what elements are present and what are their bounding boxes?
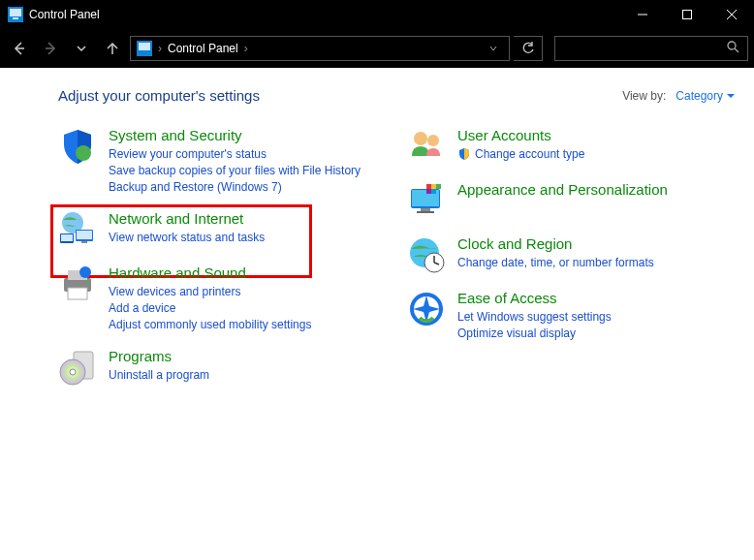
category-ease-of-access: Ease of Access Let Windows suggest setti… [407, 290, 698, 341]
category-title[interactable]: Hardware and Sound [109, 264, 311, 281]
category-title[interactable]: User Accounts [457, 127, 584, 143]
disc-box-icon [58, 348, 97, 387]
svg-rect-4 [683, 11, 692, 19]
maximize-button[interactable] [665, 0, 709, 29]
ease-of-access-icon [407, 290, 446, 328]
chevron-down-icon [489, 45, 497, 52]
control-panel-icon [8, 7, 23, 22]
left-column: System and Security Review your computer… [58, 127, 368, 402]
address-bar[interactable]: › Control Panel › [130, 36, 510, 61]
back-button[interactable] [6, 35, 33, 62]
shield-icon [58, 127, 97, 166]
svg-rect-38 [426, 189, 431, 194]
category-user-accounts: User Accounts Change account type [407, 127, 698, 166]
recent-locations-button[interactable] [68, 35, 95, 62]
category-hardware-sound: Hardware and Sound View devices and prin… [58, 264, 368, 332]
category-sublink[interactable]: Adjust commonly used mobility settings [109, 317, 311, 332]
right-column: User Accounts Change account type [407, 127, 698, 402]
search-input[interactable] [555, 42, 727, 55]
svg-point-14 [76, 145, 91, 161]
view-by-value: Category [675, 89, 723, 103]
control-panel-mini-icon [137, 41, 152, 56]
breadcrumb-chevron-icon[interactable]: › [244, 42, 248, 55]
svg-rect-1 [10, 9, 21, 16]
category-sublink[interactable]: Change date, time, or number formats [457, 255, 654, 270]
printer-icon [58, 264, 97, 303]
view-by-control: View by: Category [622, 89, 735, 103]
clock-globe-icon [407, 235, 446, 274]
page-heading: Adjust your computer's settings [58, 87, 260, 104]
arrow-left-icon [12, 41, 27, 56]
close-icon [727, 10, 737, 19]
arrow-up-icon [105, 41, 120, 56]
category-sublink[interactable]: View network status and tasks [109, 230, 265, 245]
close-button[interactable] [709, 0, 754, 29]
monitor-palette-icon [407, 181, 446, 220]
navbar: › Control Panel › [0, 29, 754, 68]
category-programs: Programs Uninstall a program [58, 348, 368, 387]
breadcrumb-root[interactable]: Control Panel [168, 42, 238, 55]
category-sublink[interactable]: Optimize visual display [457, 326, 612, 341]
refresh-icon [521, 42, 535, 55]
category-sublink[interactable]: View devices and printers [109, 284, 311, 299]
category-system-security: System and Security Review your computer… [58, 127, 368, 195]
breadcrumb-chevron-icon[interactable]: › [158, 42, 162, 55]
window-title: Control Panel [29, 8, 100, 21]
view-by-dropdown[interactable]: Category [675, 89, 735, 103]
svg-rect-33 [421, 208, 430, 211]
svg-point-28 [70, 369, 76, 375]
category-title[interactable]: Appearance and Personalization [457, 181, 668, 198]
category-title[interactable]: System and Security [109, 127, 361, 143]
uac-shield-icon [457, 147, 471, 161]
category-network-internet: Network and Internet View network status… [58, 210, 368, 249]
category-title[interactable]: Programs [109, 348, 209, 364]
category-title[interactable]: Network and Internet [109, 210, 265, 227]
svg-point-30 [427, 135, 439, 146]
category-clock-region: Clock and Region Change date, time, or n… [407, 235, 698, 274]
category-sublink[interactable]: Review your computer's status [109, 146, 361, 162]
svg-point-12 [728, 42, 736, 49]
titlebar: Control Panel [0, 0, 754, 29]
category-appearance-personalization: Appearance and Personalization [407, 181, 698, 220]
globe-network-icon [58, 210, 97, 249]
svg-rect-20 [61, 234, 73, 241]
svg-point-24 [86, 281, 89, 284]
category-sublink[interactable]: Let Windows suggest settings [457, 309, 612, 325]
sublink-label: Change account type [475, 146, 584, 162]
chevron-down-icon [77, 44, 86, 53]
minimize-button[interactable] [620, 0, 665, 29]
svg-rect-11 [139, 43, 150, 50]
category-sublink[interactable]: Uninstall a program [109, 367, 209, 383]
category-sublink[interactable]: Backup and Restore (Windows 7) [109, 179, 361, 195]
svg-rect-17 [77, 231, 92, 239]
svg-rect-34 [417, 211, 434, 213]
category-title[interactable]: Clock and Region [457, 235, 654, 252]
svg-rect-37 [436, 184, 441, 189]
refresh-button[interactable] [514, 36, 543, 61]
maximize-icon [682, 10, 692, 19]
category-sublink[interactable]: Change account type [457, 146, 584, 162]
category-title[interactable]: Ease of Access [457, 290, 612, 306]
minimize-icon [638, 10, 647, 19]
svg-rect-23 [68, 288, 87, 299]
content-area: Adjust your computer's settings View by:… [0, 68, 754, 421]
svg-line-13 [735, 48, 738, 52]
svg-rect-35 [426, 184, 431, 189]
chevron-down-icon [727, 92, 735, 100]
svg-rect-36 [431, 184, 436, 189]
people-icon [407, 127, 446, 166]
svg-point-25 [79, 266, 91, 278]
up-button[interactable] [99, 35, 126, 62]
address-dropdown-button[interactable] [484, 42, 503, 55]
view-by-label: View by: [622, 89, 666, 103]
category-sublink[interactable]: Save backup copies of your files with Fi… [109, 163, 361, 178]
svg-rect-39 [431, 189, 436, 194]
search-box[interactable] [554, 36, 748, 61]
svg-rect-18 [81, 241, 87, 243]
arrow-right-icon [43, 41, 58, 56]
category-sublink[interactable]: Add a device [109, 300, 311, 316]
search-icon [727, 41, 747, 56]
svg-rect-2 [13, 17, 18, 19]
svg-point-29 [414, 132, 427, 145]
forward-button[interactable] [37, 35, 64, 62]
